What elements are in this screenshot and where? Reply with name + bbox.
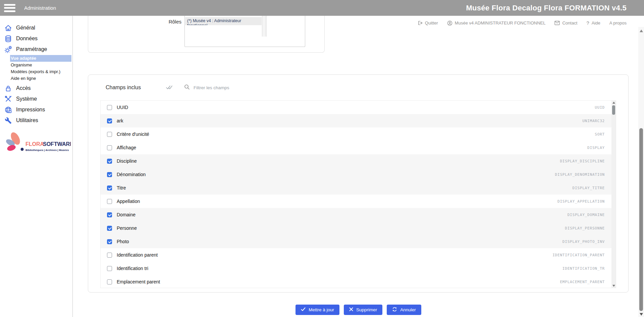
user-label: Musée v4 ADMINISTRATEUR FONCTIONNEL xyxy=(455,20,546,25)
app-header: Administration Musée Flora Decalog Flora… xyxy=(0,0,644,16)
sidebar-item-parametrage[interactable]: Paramétrage xyxy=(0,44,72,55)
fields-scrollbar-thumb[interactable] xyxy=(612,105,615,115)
sidebar-subitem-organisme[interactable]: Organisme xyxy=(10,62,71,68)
field-row[interactable]: Dénomination DISPLAY_DENOMINATION xyxy=(101,168,616,181)
field-row[interactable]: Discipline DISPLAY_DISCIPLINE xyxy=(101,154,616,168)
field-code: UNIMARC32 xyxy=(582,119,605,123)
scroll-up-icon[interactable] xyxy=(612,102,615,104)
field-code: DISPLAY_PHOTO_INV xyxy=(562,240,605,244)
field-code: DISPLAY_DENOMINATION xyxy=(555,172,605,177)
field-checkbox[interactable] xyxy=(107,132,112,137)
roles-field-label: Rôles xyxy=(153,20,181,25)
scroll-down-icon[interactable] xyxy=(612,285,615,287)
field-row[interactable]: ark UNIMARC32 xyxy=(101,114,616,127)
sidebar-subitem-vue-adaptee[interactable]: Vue adaptée xyxy=(10,55,71,62)
fields-list-scrollbar[interactable] xyxy=(611,101,616,288)
field-code: DISPLAY_APPELLATION xyxy=(557,199,605,204)
sidebar-item-label: Utilitaires xyxy=(16,117,38,123)
field-label: Discipline xyxy=(117,158,137,164)
sidebar-item-systeme[interactable]: Système xyxy=(0,94,72,104)
page-scroll-down-icon[interactable] xyxy=(640,313,643,316)
field-label: Photo xyxy=(117,239,129,244)
logo-petal-pink xyxy=(6,144,16,152)
logo-tagline: Bibliothèques | Archives | Musées xyxy=(25,149,69,152)
cancel-button[interactable]: Annuler xyxy=(387,305,421,315)
field-checkbox[interactable] xyxy=(107,186,112,191)
field-checkbox[interactable] xyxy=(107,226,112,231)
field-checkbox[interactable] xyxy=(107,266,112,271)
action-bar: Mettre à jour Supprimer Annuler xyxy=(73,305,644,315)
field-label: Affichage xyxy=(117,145,136,150)
sidebar-subitem-aide-en-ligne[interactable]: Aide en ligne xyxy=(10,75,71,82)
sidebar-item-acces[interactable]: Accès xyxy=(0,83,72,94)
field-label: Personne xyxy=(117,225,137,231)
sidebar-item-label: Paramétrage xyxy=(16,46,47,52)
quit-button[interactable]: Quitter xyxy=(418,20,438,25)
field-code: DISPLAY_DISCIPLINE xyxy=(560,159,605,163)
close-icon xyxy=(349,307,353,312)
field-code: DISPLAY_DOMAINE xyxy=(568,213,605,217)
field-row[interactable]: Critère d'unicité SORT xyxy=(101,127,616,141)
field-row[interactable]: Identification tri IDENTIFICATION_TR xyxy=(101,262,616,275)
roles-selected-option[interactable]: (*) Musée v4 : Administrateur fonctionne… xyxy=(185,17,262,25)
field-row[interactable]: Emplacement parent EMPLACEMENT_PARENT xyxy=(101,275,616,288)
sidebar-item-label: Impressions xyxy=(16,107,45,113)
field-row[interactable]: Titre DISPLAY_TITRE xyxy=(101,181,616,195)
field-checkbox[interactable] xyxy=(107,145,112,150)
field-checkbox[interactable] xyxy=(107,105,112,110)
sidebar-item-label: Accès xyxy=(16,85,31,91)
sidebar-subitem-modeles[interactable]: Modèles (exports & impr.) xyxy=(10,68,71,75)
field-checkbox[interactable] xyxy=(107,199,112,204)
field-row[interactable]: Domaine DISPLAY_DOMAINE xyxy=(101,208,616,221)
sidebar-item-impressions[interactable]: Impressions xyxy=(0,104,72,115)
field-code: UUID xyxy=(595,105,605,110)
sidebar: Général Données Paramétrage Vue adaptée … xyxy=(0,16,73,317)
filter-input[interactable] xyxy=(194,85,281,90)
top-toolbar: Quitter Musée v4 ADMINISTRATEUR FONCTION… xyxy=(418,20,627,26)
menu-icon[interactable] xyxy=(4,4,15,12)
field-checkbox[interactable] xyxy=(107,253,112,258)
field-code: SORT xyxy=(595,132,605,137)
field-label: Appellation xyxy=(117,199,140,204)
field-checkbox[interactable] xyxy=(107,212,112,217)
delete-button[interactable]: Supprimer xyxy=(344,305,382,315)
check-all-icon[interactable] xyxy=(166,85,173,90)
sidebar-item-general[interactable]: Général xyxy=(0,22,72,33)
page-scroll-up-icon[interactable] xyxy=(640,30,643,32)
contact-button[interactable]: Contact xyxy=(554,20,577,25)
field-row[interactable]: Identification parent IDENTIFICATION_PAR… xyxy=(101,248,616,262)
page-scrollbar[interactable] xyxy=(638,27,644,317)
field-label: Identification tri xyxy=(117,266,148,271)
user-menu[interactable]: Musée v4 ADMINISTRATEUR FONCTIONNEL xyxy=(447,20,546,26)
app-title: Administration xyxy=(24,5,56,11)
sidebar-item-utilitaires[interactable]: Utilitaires xyxy=(0,115,72,126)
about-button[interactable]: A propos xyxy=(609,20,627,25)
field-checkbox[interactable] xyxy=(107,239,112,244)
field-checkbox[interactable] xyxy=(107,118,112,123)
check-icon xyxy=(301,307,306,312)
wrench-icon xyxy=(4,117,12,124)
contact-label: Contact xyxy=(562,20,577,25)
question-icon: ? xyxy=(586,20,589,26)
sidebar-item-label: Système xyxy=(16,96,37,102)
field-row[interactable]: Appellation DISPLAY_APPELLATION xyxy=(101,195,616,208)
field-row[interactable]: Affichage DISPLAY xyxy=(101,141,616,154)
field-row[interactable]: Photo DISPLAY_PHOTO_INV xyxy=(101,235,616,248)
field-row[interactable]: UUID UUID xyxy=(101,101,616,114)
update-button[interactable]: Mettre à jour xyxy=(296,305,339,315)
field-code: DISPLAY xyxy=(587,146,605,150)
field-row[interactable]: Personne DISPLAY_PERSONNE xyxy=(101,221,616,235)
sidebar-item-donnees[interactable]: Données xyxy=(0,33,72,44)
fields-panel: Champs inclus UUID UUID ark UNIMAR xyxy=(88,74,629,293)
field-label: Emplacement parent xyxy=(117,279,160,284)
fields-list-rows: UUID UUID ark UNIMARC32 Critère d'unicit… xyxy=(101,101,616,288)
field-checkbox[interactable] xyxy=(107,279,112,284)
help-button[interactable]: ? Aide xyxy=(586,20,600,26)
field-code: DISPLAY_TITRE xyxy=(573,186,605,190)
user-icon xyxy=(447,20,452,26)
field-checkbox[interactable] xyxy=(107,172,112,177)
quit-label: Quitter xyxy=(425,20,438,25)
page-scrollbar-thumb[interactable] xyxy=(639,128,643,311)
field-label: UUID xyxy=(117,105,128,110)
field-checkbox[interactable] xyxy=(107,159,112,164)
